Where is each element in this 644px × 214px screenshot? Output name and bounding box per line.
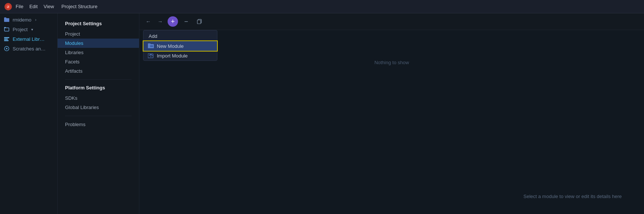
settings-item-modules[interactable]: Modules — [58, 39, 139, 48]
sidebar-arrow-icon: › — [35, 18, 36, 22]
nothing-to-show-label: Nothing to show — [374, 60, 409, 65]
project-folder-icon — [4, 17, 10, 23]
settings-divider-2 — [65, 116, 132, 116]
svg-text:J: J — [7, 5, 9, 9]
forward-button[interactable]: → — [156, 17, 165, 26]
settings-item-problems[interactable]: Problems — [58, 120, 139, 129]
sidebar-item-ext-lib-label: External Libr… — [13, 36, 45, 42]
settings-item-sdks[interactable]: SDKs — [58, 93, 139, 103]
select-module-hint: Select a module to view or edit its deta… — [524, 194, 622, 199]
sidebar-item-project-label: Project — [13, 27, 27, 32]
scratches-icon — [4, 46, 10, 52]
back-button[interactable]: ← — [144, 17, 153, 26]
svg-rect-9 — [197, 20, 201, 24]
new-module-label: New Module — [157, 43, 184, 49]
settings-item-artifacts[interactable]: Artifacts — [58, 66, 139, 76]
sidebar-item-rmidemo[interactable]: rmidemo › — [0, 15, 57, 24]
import-module-icon — [148, 53, 154, 59]
main-area: Project Settings Project Modules Librari… — [58, 13, 644, 214]
menu-edit[interactable]: Edit — [29, 4, 38, 9]
project-settings-title: Project Settings — [58, 19, 139, 29]
copy-icon — [197, 19, 202, 24]
settings-divider — [65, 79, 132, 80]
svg-rect-11 — [148, 43, 151, 45]
settings-item-libraries[interactable]: Libraries — [58, 48, 139, 57]
window-title: Project Structure — [61, 4, 97, 9]
svg-rect-4 — [4, 28, 9, 31]
add-button[interactable]: + — [168, 16, 178, 27]
app-logo-icon: J — [4, 3, 12, 10]
sidebar-item-scratches[interactable]: Scratches an… — [0, 44, 57, 53]
settings-item-facets[interactable]: Facets — [58, 57, 139, 66]
platform-settings-title: Platform Settings — [58, 83, 139, 93]
title-bar: J File Edit View Project Structure — [0, 0, 644, 13]
svg-rect-12 — [150, 45, 153, 47]
dropdown-item-import-module[interactable]: Import Module — [143, 51, 217, 60]
menu-file[interactable]: File — [16, 4, 23, 9]
settings-item-project[interactable]: Project — [58, 29, 139, 39]
content-panel: ← → + − Add — [139, 13, 644, 214]
left-sidebar: rmidemo › Project ▾ External Libr… — [0, 13, 58, 214]
sidebar-dropdown-icon: ▾ — [31, 27, 33, 32]
sidebar-item-external-libraries[interactable]: External Libr… — [0, 34, 57, 44]
import-module-label: Import Module — [157, 53, 188, 59]
svg-point-7 — [6, 48, 7, 49]
sidebar-item-scratches-label: Scratches an… — [13, 46, 46, 52]
add-dropdown: Add New Module — [143, 30, 217, 61]
dropdown-item-new-module[interactable]: New Module — [143, 41, 217, 51]
external-lib-icon — [4, 36, 10, 42]
settings-sidebar: Project Settings Project Modules Librari… — [58, 13, 139, 214]
sidebar-item-project[interactable]: Project ▾ — [0, 24, 57, 34]
svg-rect-3 — [4, 17, 6, 19]
settings-item-global-libraries[interactable]: Global Libraries — [58, 103, 139, 112]
sidebar-item-rmidemo-label: rmidemo — [13, 17, 32, 23]
project-icon — [4, 26, 10, 32]
add-dropdown-title: Add — [143, 30, 217, 41]
menu-view[interactable]: View — [43, 4, 54, 9]
svg-rect-5 — [4, 27, 6, 28]
menu-bar: File Edit View — [16, 4, 54, 9]
remove-button[interactable]: − — [181, 16, 191, 27]
content-toolbar: ← → + − — [139, 13, 644, 30]
new-module-icon — [148, 43, 154, 49]
copy-button[interactable] — [194, 16, 205, 27]
